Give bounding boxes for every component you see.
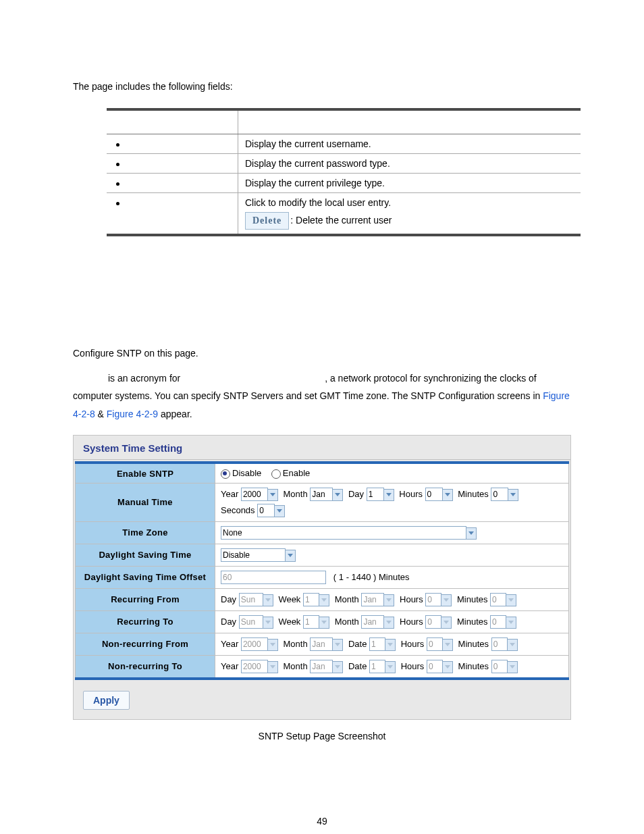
table-row: Click to modify the local user entry. De… xyxy=(107,193,581,236)
time-zone-select[interactable] xyxy=(221,526,466,540)
chevron-down-icon[interactable] xyxy=(506,594,516,606)
chevron-down-icon[interactable] xyxy=(441,617,452,629)
chevron-down-icon[interactable] xyxy=(383,489,394,501)
year-input[interactable] xyxy=(241,488,268,501)
chevron-down-icon[interactable] xyxy=(332,639,343,651)
fields-table: Display the current username. Display th… xyxy=(107,108,581,236)
minutes-label: Minutes xyxy=(457,594,488,604)
radio-disable-label: Disable xyxy=(232,468,261,478)
hours-input[interactable] xyxy=(427,637,443,651)
chevron-down-icon[interactable] xyxy=(383,594,394,606)
year-input[interactable] xyxy=(241,660,268,673)
minutes-label: Minutes xyxy=(458,639,489,649)
chevron-down-icon[interactable] xyxy=(508,489,518,501)
row-label-nrecur-to: Non-recurring To xyxy=(76,655,215,679)
bullet-icon xyxy=(116,163,119,166)
date-label: Date xyxy=(348,661,367,671)
dst-offset-hint: ( 1 - 1440 ) Minutes xyxy=(333,572,410,582)
panel-title: System Time Setting xyxy=(74,436,570,460)
radio-disable[interactable] xyxy=(221,469,230,479)
row-label-nrecur-from: Non-recurring From xyxy=(76,633,215,655)
day-input[interactable] xyxy=(239,593,263,606)
day-input[interactable] xyxy=(367,488,384,501)
chevron-down-icon[interactable] xyxy=(332,489,343,501)
month-input[interactable] xyxy=(361,593,384,606)
chevron-down-icon[interactable] xyxy=(274,505,285,517)
minutes-input[interactable] xyxy=(490,615,506,629)
bullet-icon xyxy=(116,182,119,186)
row-label-recur-from: Recurring From xyxy=(76,588,215,610)
dst-select[interactable] xyxy=(221,548,286,562)
month-label: Month xyxy=(284,661,308,671)
day-label: Day xyxy=(348,489,364,499)
month-label: Month xyxy=(284,639,308,649)
table-row: Display the current password type. xyxy=(107,154,581,174)
day-label: Day xyxy=(221,617,236,627)
apply-button[interactable]: Apply xyxy=(83,691,130,710)
minutes-label: Minutes xyxy=(458,661,489,671)
field-desc: Display the current privilege type. xyxy=(238,174,581,193)
chevron-down-icon[interactable] xyxy=(267,661,278,673)
chevron-down-icon[interactable] xyxy=(507,639,518,651)
table-row: Display the current privilege type. xyxy=(107,174,581,193)
date-input[interactable] xyxy=(369,637,385,651)
field-desc: Click to modify the local user entry. xyxy=(245,197,575,208)
chevron-down-icon[interactable] xyxy=(442,489,453,501)
minutes-input[interactable] xyxy=(490,593,506,606)
sntp-panel: System Time Setting Enable SNTP Disable … xyxy=(73,435,571,720)
row-label-manual-time: Manual Time xyxy=(76,483,215,521)
chevron-down-icon[interactable] xyxy=(506,617,516,629)
chevron-down-icon[interactable] xyxy=(319,594,329,606)
chevron-down-icon[interactable] xyxy=(441,594,452,606)
radio-enable[interactable] xyxy=(271,469,281,479)
chevron-down-icon[interactable] xyxy=(319,617,329,629)
year-input[interactable] xyxy=(241,637,268,651)
hours-input[interactable] xyxy=(425,488,443,501)
year-label: Year xyxy=(221,639,238,649)
amp: & xyxy=(95,409,107,419)
month-input[interactable] xyxy=(310,660,333,673)
month-input[interactable] xyxy=(310,488,333,501)
field-desc: Display the current username. xyxy=(238,134,581,154)
chevron-down-icon[interactable] xyxy=(267,489,278,501)
row-label-time-zone: Time Zone xyxy=(76,521,215,544)
minutes-input[interactable] xyxy=(491,637,508,651)
chevron-down-icon[interactable] xyxy=(385,661,396,673)
hours-label: Hours xyxy=(400,617,423,627)
chevron-down-icon[interactable] xyxy=(466,527,477,540)
date-input[interactable] xyxy=(369,660,385,673)
chevron-down-icon[interactable] xyxy=(267,639,278,651)
month-input[interactable] xyxy=(361,615,384,629)
day-label: Day xyxy=(221,594,236,604)
sntp-description: Configure SNTP on this page. is an acron… xyxy=(73,344,571,423)
chevron-down-icon[interactable] xyxy=(383,617,394,629)
hours-label: Hours xyxy=(401,661,425,671)
hours-input[interactable] xyxy=(425,593,441,606)
chevron-down-icon[interactable] xyxy=(442,661,453,673)
hours-input[interactable] xyxy=(427,660,443,673)
acronym-prefix: is an acronym for xyxy=(105,373,183,384)
row-label-recur-to: Recurring To xyxy=(76,610,215,633)
week-input[interactable] xyxy=(303,615,319,629)
week-input[interactable] xyxy=(303,593,319,606)
chevron-down-icon[interactable] xyxy=(332,661,343,673)
chevron-down-icon[interactable] xyxy=(507,661,518,673)
field-desc: Display the current password type. xyxy=(238,154,581,174)
day-input[interactable] xyxy=(239,615,263,629)
chevron-down-icon[interactable] xyxy=(285,550,296,562)
chevron-down-icon[interactable] xyxy=(263,617,273,629)
minutes-input[interactable] xyxy=(491,488,508,501)
seconds-input[interactable] xyxy=(257,504,275,517)
month-input[interactable] xyxy=(310,637,333,651)
dst-offset-input[interactable] xyxy=(221,571,326,584)
figure-link-2[interactable]: Figure 4-2-9 xyxy=(107,409,158,419)
intro-text: The page includes the following fields: xyxy=(73,81,644,92)
minutes-input[interactable] xyxy=(491,660,508,673)
hours-input[interactable] xyxy=(425,615,441,629)
minutes-label: Minutes xyxy=(457,617,488,627)
chevron-down-icon[interactable] xyxy=(263,594,273,606)
week-label: Week xyxy=(278,594,300,604)
chevron-down-icon[interactable] xyxy=(442,639,453,651)
delete-button[interactable]: Delete xyxy=(245,212,289,230)
chevron-down-icon[interactable] xyxy=(385,639,396,651)
